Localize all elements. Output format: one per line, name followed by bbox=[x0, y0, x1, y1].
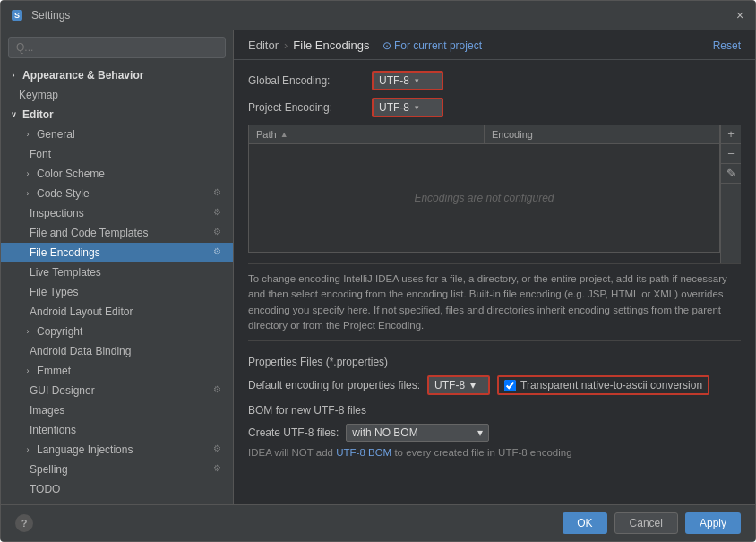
cancel-button[interactable]: Cancel bbox=[614, 512, 678, 534]
create-utf8-value: with NO BOM bbox=[352, 426, 417, 439]
sidebar-item-label: Emmet bbox=[37, 365, 71, 377]
sidebar-item-code-style[interactable]: › Code Style ⚙ bbox=[1, 184, 233, 203]
table-body: Encodings are not configured bbox=[249, 144, 719, 252]
create-utf8-label: Create UTF-8 files: bbox=[248, 426, 339, 439]
sidebar-item-label: Color Scheme bbox=[37, 168, 105, 180]
sidebar-item-label: Android Data Binding bbox=[30, 345, 131, 357]
chevron-icon: › bbox=[22, 444, 33, 455]
sidebar-item-intentions[interactable]: Intentions bbox=[1, 420, 233, 440]
table-header: Path ▲ Encoding bbox=[249, 125, 719, 144]
description-text: To change encoding IntelliJ IDEA uses fo… bbox=[248, 263, 741, 341]
settings-icon: ⚙ bbox=[213, 443, 226, 456]
sidebar-item-live-templates[interactable]: Live Templates bbox=[1, 262, 233, 282]
properties-section-title: Properties Files (*.properties) bbox=[248, 356, 741, 368]
chevron-icon: › bbox=[22, 326, 33, 337]
edit-row-button[interactable]: ✎ bbox=[721, 164, 741, 184]
sidebar-item-editor[interactable]: ∨ Editor bbox=[1, 105, 233, 125]
chevron-icon: › bbox=[22, 188, 33, 199]
encodings-table: Path ▲ Encoding Encodings are not config… bbox=[248, 125, 720, 253]
create-utf8-row: Create UTF-8 files: with NO BOM ▾ bbox=[248, 424, 741, 442]
sidebar-item-language-injections[interactable]: › Language Injections ⚙ bbox=[1, 440, 233, 460]
chevron-icon: › bbox=[8, 70, 19, 81]
sidebar-item-label: Images bbox=[30, 404, 64, 417]
encoding-column-header[interactable]: Encoding bbox=[485, 125, 719, 143]
title-bar: S Settings × bbox=[1, 1, 755, 30]
sidebar-item-emmet[interactable]: › Emmet bbox=[1, 361, 233, 381]
reset-link[interactable]: Reset bbox=[713, 39, 741, 52]
sidebar-item-font[interactable]: Font bbox=[1, 144, 233, 164]
sidebar-item-inspections[interactable]: Inspections ⚙ bbox=[1, 203, 233, 223]
sidebar-item-file-encodings[interactable]: File Encodings ⚙ bbox=[1, 243, 233, 262]
transparent-conversion-label[interactable]: Transparent native-to-ascii conversion bbox=[520, 379, 702, 391]
table-empty-message: Encodings are not configured bbox=[414, 192, 554, 204]
sidebar-item-label: Intentions bbox=[30, 424, 76, 436]
sidebar-item-label: Appearance & Behavior bbox=[22, 69, 143, 82]
sidebar-item-copyright[interactable]: › Copyright bbox=[1, 322, 233, 341]
sidebar-item-label: Editor bbox=[22, 108, 54, 121]
sidebar-item-label: File Encodings bbox=[30, 246, 100, 259]
sidebar-item-general[interactable]: › General bbox=[1, 125, 233, 144]
remove-row-button[interactable]: − bbox=[721, 144, 741, 164]
path-column-header[interactable]: Path ▲ bbox=[249, 125, 485, 143]
for-current-project-link[interactable]: ⊙ For current project bbox=[382, 39, 482, 52]
project-encoding-select[interactable]: UTF-8 ▾ bbox=[372, 98, 443, 117]
project-encoding-label: Project Encoding: bbox=[248, 101, 365, 114]
sidebar-item-todo[interactable]: TODO bbox=[1, 479, 233, 499]
project-encoding-row: Project Encoding: UTF-8 ▾ bbox=[248, 98, 741, 117]
sidebar-item-label: File and Code Templates bbox=[30, 227, 149, 239]
sidebar-item-label: Live Templates bbox=[30, 266, 101, 279]
main-content: › Appearance & Behavior Keymap ∨ Editor … bbox=[1, 30, 755, 504]
svg-text:S: S bbox=[14, 11, 20, 20]
sidebar-item-images[interactable]: Images bbox=[1, 400, 233, 420]
path-label: Path bbox=[256, 129, 277, 140]
bom-note: IDEA will NOT add UTF-8 BOM to every cre… bbox=[248, 447, 741, 458]
sidebar-item-keymap[interactable]: Keymap bbox=[1, 85, 233, 105]
sidebar-item-color-scheme[interactable]: › Color Scheme bbox=[1, 164, 233, 184]
default-encoding-label: Default encoding for properties files: bbox=[248, 379, 420, 391]
sidebar-item-file-types[interactable]: File Types bbox=[1, 282, 233, 302]
sidebar-item-spelling[interactable]: Spelling ⚙ bbox=[1, 460, 233, 479]
ok-button[interactable]: OK bbox=[563, 512, 606, 534]
sidebar-item-label: Spelling bbox=[30, 463, 68, 476]
search-input[interactable] bbox=[8, 37, 226, 58]
panel-header: Editor › File Encodings ⊙ For current pr… bbox=[234, 30, 755, 60]
bom-section: BOM for new UTF-8 files Create UTF-8 fil… bbox=[248, 404, 741, 458]
sidebar-item-android-layout-editor[interactable]: Android Layout Editor bbox=[1, 302, 233, 322]
sidebar-item-label: GUI Designer bbox=[30, 384, 95, 397]
properties-encoding-select[interactable]: UTF-8 ▾ bbox=[427, 375, 490, 395]
sort-icon: ▲ bbox=[280, 130, 288, 139]
add-row-button[interactable]: + bbox=[721, 125, 741, 144]
settings-icon: ⚙ bbox=[213, 227, 226, 239]
sidebar-item-android-data-binding[interactable]: Android Data Binding bbox=[1, 341, 233, 361]
utf8-bom-link[interactable]: UTF-8 BOM bbox=[336, 447, 391, 458]
settings-icon: ⚙ bbox=[213, 463, 226, 476]
settings-icon: ⚙ bbox=[213, 207, 226, 219]
transparent-conversion-checkbox[interactable] bbox=[504, 380, 516, 391]
sidebar: › Appearance & Behavior Keymap ∨ Editor … bbox=[1, 30, 234, 504]
create-utf8-select[interactable]: with NO BOM ▾ bbox=[346, 424, 489, 442]
encoding-label: Encoding bbox=[492, 129, 533, 140]
help-button[interactable]: ? bbox=[15, 514, 33, 532]
global-encoding-row: Global Encoding: UTF-8 ▾ bbox=[248, 71, 741, 90]
sidebar-item-appearance[interactable]: › Appearance & Behavior bbox=[1, 65, 233, 85]
sidebar-item-label: General bbox=[37, 128, 75, 141]
sidebar-item-label: Code Style bbox=[37, 187, 90, 200]
breadcrumb-current: File Encodings bbox=[293, 39, 369, 52]
sidebar-item-file-and-code-templates[interactable]: File and Code Templates ⚙ bbox=[1, 223, 233, 243]
sidebar-item-gui-designer[interactable]: GUI Designer ⚙ bbox=[1, 381, 233, 400]
sidebar-item-label: Font bbox=[30, 148, 51, 160]
sidebar-item-label: Inspections bbox=[30, 207, 84, 219]
bom-note-prefix: IDEA will NOT add bbox=[248, 447, 336, 458]
apply-button[interactable]: Apply bbox=[685, 512, 741, 534]
sidebar-item-label: Copyright bbox=[37, 325, 82, 338]
global-encoding-value: UTF-8 bbox=[379, 74, 409, 87]
global-encoding-select[interactable]: UTF-8 ▾ bbox=[372, 71, 443, 90]
close-button[interactable]: × bbox=[734, 9, 746, 22]
sidebar-item-label: Android Layout Editor bbox=[30, 305, 133, 318]
footer-buttons: OK Cancel Apply bbox=[563, 512, 741, 534]
chevron-down-icon: ▾ bbox=[415, 76, 419, 85]
search-area bbox=[1, 30, 233, 65]
breadcrumb: Editor › File Encodings ⊙ For current pr… bbox=[248, 39, 482, 52]
bom-section-title: BOM for new UTF-8 files bbox=[248, 404, 741, 417]
main-panel: Editor › File Encodings ⊙ For current pr… bbox=[234, 30, 755, 504]
